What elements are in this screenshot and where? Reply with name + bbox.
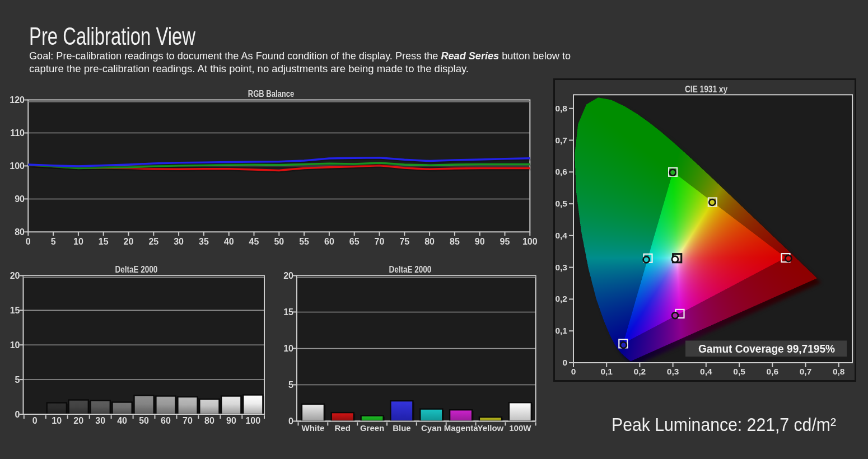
svg-text:70: 70 (375, 237, 385, 246)
svg-text:40: 40 (224, 237, 234, 246)
svg-text:0,4: 0,4 (700, 367, 712, 376)
svg-text:DeltaE 2000: DeltaE 2000 (115, 264, 157, 275)
svg-text:0,8: 0,8 (833, 367, 845, 376)
svg-text:0,1: 0,1 (555, 326, 567, 335)
svg-text:10: 10 (10, 340, 20, 350)
svg-text:0,8: 0,8 (555, 104, 567, 113)
svg-text:20: 20 (283, 271, 293, 280)
svg-text:5: 5 (51, 237, 56, 246)
svg-text:0,5: 0,5 (733, 367, 745, 376)
svg-text:Pre Calibration View: Pre Calibration View (29, 22, 195, 50)
svg-text:DeltaE 2000: DeltaE 2000 (389, 264, 431, 275)
svg-text:0,2: 0,2 (634, 367, 646, 376)
svg-text:35: 35 (199, 237, 209, 246)
svg-text:Peak Luminance: 221,7 cd/m²: Peak Luminance: 221,7 cd/m² (612, 414, 836, 435)
svg-text:capture the pre-calibration re: capture the pre-calibration readings. At… (29, 63, 469, 74)
svg-text:0,4: 0,4 (555, 231, 567, 240)
svg-text:Magenta: Magenta (444, 423, 479, 433)
svg-text:80: 80 (15, 227, 25, 237)
svg-text:75: 75 (399, 237, 409, 246)
svg-text:CIE 1931 xy: CIE 1931 xy (685, 85, 727, 94)
svg-text:90: 90 (15, 194, 25, 204)
svg-text:Yellow: Yellow (478, 423, 504, 433)
svg-text:0,6: 0,6 (555, 167, 567, 176)
svg-text:0: 0 (32, 416, 38, 425)
svg-text:80: 80 (204, 416, 214, 425)
svg-text:0: 0 (288, 416, 293, 426)
svg-text:0: 0 (571, 367, 576, 376)
svg-text:60: 60 (324, 237, 334, 246)
svg-text:50: 50 (139, 416, 149, 425)
svg-text:95: 95 (500, 237, 510, 246)
svg-text:Cyan: Cyan (421, 423, 442, 433)
svg-text:0,1: 0,1 (600, 367, 613, 376)
svg-text:100: 100 (245, 416, 260, 425)
svg-text:10: 10 (283, 344, 293, 353)
svg-text:0,7: 0,7 (800, 367, 812, 376)
svg-text:0,3: 0,3 (555, 263, 567, 272)
svg-text:RGB Balance: RGB Balance (248, 88, 294, 99)
svg-text:45: 45 (249, 237, 259, 246)
svg-text:70: 70 (183, 416, 193, 425)
svg-text:30: 30 (174, 237, 184, 246)
svg-text:90: 90 (475, 237, 485, 246)
svg-text:0,7: 0,7 (555, 135, 567, 145)
svg-text:100W: 100W (509, 423, 531, 433)
svg-text:20: 20 (73, 416, 83, 425)
svg-text:White: White (301, 423, 324, 433)
svg-text:100: 100 (522, 237, 538, 246)
svg-text:65: 65 (349, 237, 360, 246)
svg-text:80: 80 (424, 237, 435, 246)
svg-text:110: 110 (10, 128, 25, 138)
svg-text:0: 0 (15, 410, 20, 419)
svg-text:Red: Red (335, 423, 351, 433)
svg-text:120: 120 (10, 95, 25, 105)
svg-text:Goal: Pre-calibration readings: Goal: Pre-calibration readings to docume… (29, 50, 571, 62)
svg-text:30: 30 (95, 416, 105, 425)
svg-text:10: 10 (73, 237, 83, 246)
svg-text:5: 5 (15, 375, 20, 385)
svg-text:20: 20 (124, 237, 134, 246)
svg-text:50: 50 (274, 237, 284, 246)
svg-text:Gamut Coverage 99,7195%: Gamut Coverage 99,7195% (698, 342, 835, 355)
svg-text:0,5: 0,5 (555, 199, 567, 208)
svg-text:15: 15 (283, 307, 293, 317)
svg-text:100: 100 (10, 161, 25, 171)
svg-text:15: 15 (10, 306, 20, 315)
svg-text:40: 40 (117, 416, 127, 425)
svg-text:20: 20 (10, 271, 20, 280)
svg-text:85: 85 (450, 237, 460, 246)
svg-text:90: 90 (226, 416, 236, 425)
svg-text:Blue: Blue (393, 423, 411, 433)
svg-text:0,6: 0,6 (767, 367, 779, 376)
svg-text:0,3: 0,3 (667, 367, 679, 376)
svg-text:0: 0 (26, 237, 31, 246)
svg-text:60: 60 (161, 416, 171, 425)
svg-text:0,2: 0,2 (555, 294, 567, 303)
svg-text:Green: Green (360, 423, 384, 433)
svg-text:0: 0 (562, 358, 567, 367)
svg-text:10: 10 (52, 416, 62, 425)
svg-text:25: 25 (148, 237, 158, 246)
svg-text:55: 55 (299, 237, 309, 246)
svg-text:5: 5 (288, 380, 293, 390)
svg-text:15: 15 (99, 237, 109, 246)
